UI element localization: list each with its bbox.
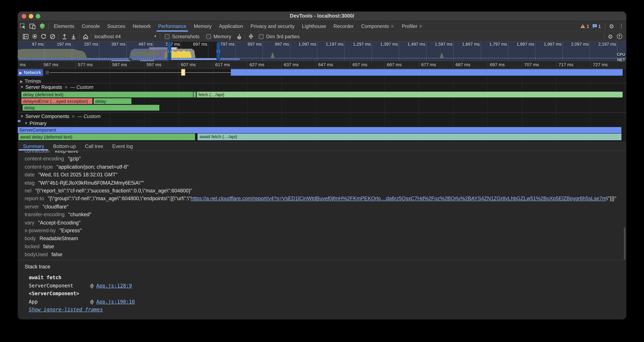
span-delay-3[interactable]: delay	[23, 105, 160, 111]
ruler-tick-label: 617 ms	[213, 61, 247, 68]
span-delay-2[interactable]: delay	[94, 98, 131, 104]
tab-recorder[interactable]: Recorder	[330, 21, 358, 32]
header-row: x-powered-by"Express"	[25, 227, 626, 235]
span-delay-deferred[interactable]: delay (deferred text)	[22, 92, 193, 97]
span-server-component[interactable]: ServerComponent	[18, 127, 621, 133]
clear-button[interactable]	[48, 32, 57, 41]
header-row: bodyReadableStream	[25, 235, 626, 243]
tab-event-log[interactable]: Event log	[108, 142, 138, 151]
dim-3rd-parties-checkbox[interactable]: Dim 3rd parties	[259, 34, 300, 39]
memory-checkbox[interactable]: Memory	[206, 34, 231, 39]
tab-network[interactable]: Network	[129, 21, 154, 32]
track-selection-marker	[18, 120, 20, 122]
network-track-label[interactable]: ▶Network	[18, 69, 43, 76]
extension-icon[interactable]	[38, 21, 47, 31]
titlebar: DevTools - localhost:3000/	[18, 12, 626, 21]
tab-performance[interactable]: Performance	[154, 21, 190, 32]
stack-frame: <ServerComponent>	[29, 290, 626, 298]
reload-and-record-button[interactable]	[39, 32, 48, 41]
source-link[interactable]: App.js:128:9	[96, 283, 132, 288]
network-track[interactable]: ▶Network	[18, 69, 626, 76]
network-request-long[interactable]	[231, 69, 623, 76]
performance-toolbar: localhost #4 ▼ Screenshots Memory	[18, 32, 626, 42]
overview-tick-label: 797 ms	[208, 42, 236, 47]
overview-tick-label: 1,297 ms	[345, 42, 372, 47]
kebab-menu-icon[interactable]: ⋮	[616, 21, 626, 31]
panel-settings-gear-icon[interactable]: ⚙	[606, 32, 615, 41]
screenshots-checkbox[interactable]: Screenshots	[165, 34, 200, 39]
overview-tick-label: 997 ms	[263, 42, 290, 47]
stack-frames: await fetch ServerComponent@ App.js:128:…	[29, 274, 626, 314]
timeline-tracks[interactable]: ▶Network ▶Timings ▼ Server Requests ⚛ — …	[18, 69, 626, 142]
device-toolbar-icon[interactable]	[28, 21, 38, 31]
span-delay-cap[interactable]	[194, 92, 196, 97]
stack-frame: await fetch	[29, 274, 626, 282]
primary-group-header[interactable]: ▼ Primary	[24, 120, 46, 126]
divider	[58, 33, 59, 40]
overview-ruler: 97 ms197 ms297 ms397 ms497 ms597 ms697 m…	[18, 42, 617, 47]
timings-track[interactable]: ▶Timings	[18, 76, 626, 83]
server-requests-header[interactable]: ▼ Server Requests ⚛ — Custom	[20, 84, 93, 90]
show-ignore-listed-frames-link[interactable]: Show ignore-listed frames	[29, 307, 103, 312]
warnings-badge[interactable]: 1	[580, 24, 589, 29]
load-profile-icon[interactable]	[60, 32, 69, 41]
source-link[interactable]: App.js:190:16	[96, 299, 135, 304]
timeline-overview[interactable]: 97 ms197 ms297 ms397 ms497 ms597 ms697 m…	[18, 42, 626, 61]
network-baseline	[50, 72, 231, 73]
home-icon[interactable]	[81, 32, 90, 41]
span-delayed-error[interactable]: delayedError (…ayed exception)	[22, 98, 92, 104]
overview-tick-label: 1,497 ms	[399, 42, 426, 47]
vertical-scrollbar-thumb[interactable]	[624, 227, 626, 259]
cpu-net-divider	[18, 58, 626, 58]
tab-sources[interactable]: Sources	[104, 21, 129, 32]
tab-components[interactable]: Components⚛	[358, 21, 398, 32]
track-drag-handle[interactable]	[46, 71, 48, 74]
tab-elements[interactable]: Elements	[50, 21, 78, 32]
tab-profiler[interactable]: Profiler⚛	[398, 21, 426, 32]
save-profile-icon[interactable]	[69, 32, 78, 41]
overview-tick-label: 197 ms	[45, 42, 72, 47]
tab-memory[interactable]: Memory	[190, 21, 215, 32]
summary-pane[interactable]: connection"keep-alive" content-encoding"…	[18, 151, 626, 260]
stack-trace-section: Stack trace await fetch ServerComponent@…	[18, 260, 626, 319]
ruler-tick-label: 687 ms	[453, 61, 488, 68]
tab-lighthouse[interactable]: Lighthouse	[298, 21, 330, 32]
overview-tick-label: 497 ms	[126, 42, 154, 47]
ruler-tick-label: ms	[18, 61, 41, 68]
span-fetch-api[interactable]: fetch (…/api)	[197, 92, 622, 97]
network-request-short[interactable]	[181, 69, 185, 76]
settings-gear-icon[interactable]: ⚙	[606, 21, 616, 31]
toggle-sidebar-icon[interactable]	[21, 32, 30, 41]
ruler-tick-label: 677 ms	[419, 61, 453, 68]
ruler-tick-label: 697 ms	[488, 61, 522, 68]
inspect-element-icon[interactable]	[18, 21, 28, 31]
tab-console[interactable]: Console	[78, 21, 104, 32]
record-button[interactable]	[30, 32, 39, 41]
collapse-tracks-icon[interactable]	[246, 32, 256, 41]
help-icon[interactable]: ?	[615, 32, 624, 41]
report-endpoint-link[interactable]: https://a.nel.cloudflare.com/report/v4?s…	[191, 196, 606, 202]
overview-tick-label: 1,797 ms	[481, 42, 508, 47]
selection-handle-right[interactable]: ❘❘	[216, 42, 220, 61]
span-await-delay[interactable]: await delay (deferred text)	[18, 134, 195, 140]
collapse-triangle-icon: ▼	[20, 114, 24, 119]
tab-bottom-up[interactable]: Bottom-up	[49, 142, 80, 151]
selection-handle-left[interactable]: ❘❘	[168, 42, 171, 61]
garbage-collect-icon[interactable]	[234, 32, 244, 41]
net-lane-label: NET	[617, 58, 625, 61]
server-components-header[interactable]: ▼ Server Components ⚛ — Custom	[20, 113, 100, 119]
ruler-tick-label: 707 ms	[522, 61, 556, 68]
tab-application[interactable]: Application	[215, 21, 247, 32]
ruler-tick-label: 667 ms	[384, 61, 419, 68]
tab-summary[interactable]: Summary	[18, 142, 49, 151]
history-select[interactable]: localhost #4 ▼	[93, 34, 158, 39]
checkbox-box	[165, 34, 170, 39]
divider	[79, 33, 80, 40]
span-await-fetch-selected[interactable]: await fetch (…/api)	[198, 134, 622, 140]
tab-call-tree[interactable]: Call tree	[80, 142, 108, 151]
tab-privacy-security[interactable]: Privacy and security	[247, 21, 298, 32]
ruler-tick-label: 627 ms	[247, 61, 282, 68]
overview-tick-label: 1,397 ms	[372, 42, 399, 47]
issues-badge[interactable]: 1	[592, 24, 601, 29]
warning-triangle-icon	[580, 24, 585, 28]
